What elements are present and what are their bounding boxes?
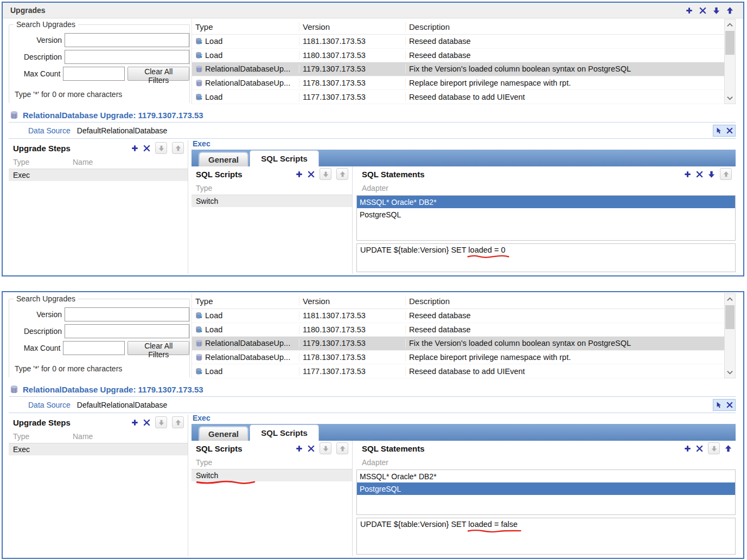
move-up-button-disabled[interactable] bbox=[336, 168, 348, 180]
sql-statement-editor[interactable]: UPDATE ${table:Version} SET loaded = fal… bbox=[356, 518, 736, 555]
adapter-row-mssql-oracle-db2[interactable]: MSSQL* Oracle* DB2* bbox=[357, 470, 735, 482]
red-underline-annotation bbox=[467, 529, 522, 533]
upgrade-table-row[interactable]: RelationalDatabaseUp... 1179.1307.173.53… bbox=[192, 62, 736, 76]
clear-all-filters-button[interactable]: Clear All Filters bbox=[127, 341, 189, 355]
sql-script-row-switch[interactable]: Switch bbox=[191, 469, 352, 481]
move-up-button-disabled[interactable] bbox=[720, 168, 732, 180]
upgrade-table-row[interactable]: Load 1177.1307.173.53 Reseed database to… bbox=[192, 90, 736, 104]
sql-text-marked: loaded = 0 bbox=[468, 246, 505, 254]
move-down-button-disabled[interactable] bbox=[320, 442, 331, 454]
column-header-type[interactable]: Type bbox=[192, 297, 299, 306]
scroll-up-icon[interactable] bbox=[725, 294, 735, 305]
step-type: Exec bbox=[13, 171, 73, 179]
search-hint-2-clipped: Type '?' for exactly one character bbox=[15, 102, 126, 103]
scripts-column-type: Type bbox=[196, 458, 212, 467]
adapter-row-postgresql[interactable]: PostgreSQL bbox=[357, 208, 735, 221]
tab-sql-scripts[interactable]: SQL Scripts bbox=[250, 424, 319, 441]
move-down-button-disabled[interactable] bbox=[320, 168, 331, 180]
column-header-description[interactable]: Description bbox=[406, 22, 736, 31]
add-icon[interactable] bbox=[684, 445, 691, 452]
upgrade-table-row[interactable]: Load 1177.1307.173.53 Reseed database to… bbox=[192, 364, 736, 378]
move-up-button-disabled[interactable] bbox=[172, 142, 184, 154]
table-scrollbar[interactable] bbox=[724, 19, 736, 104]
upgrade-table-row[interactable]: RelationalDatabaseUp... 1179.1307.173.53… bbox=[192, 337, 736, 351]
sql-statements-panel: SQL Statements Adapter MSSQL* Oracle* DB… bbox=[356, 441, 736, 556]
move-up-icon[interactable] bbox=[725, 445, 732, 452]
adapter-list: MSSQL* Oracle* DB2* PostgreSQL bbox=[356, 469, 736, 515]
move-up-icon[interactable] bbox=[726, 7, 733, 14]
cell-description: Reseed database bbox=[406, 325, 736, 334]
move-down-button-disabled[interactable] bbox=[155, 142, 167, 154]
move-down-button-disabled[interactable] bbox=[708, 442, 720, 454]
column-header-version[interactable]: Version bbox=[299, 22, 406, 31]
upgrade-table-row[interactable]: RelationalDatabaseUp... 1178.1307.173.53… bbox=[192, 76, 736, 91]
tab-general[interactable]: General bbox=[199, 152, 248, 166]
column-header-description[interactable]: Description bbox=[406, 297, 736, 306]
sql-script-row-switch[interactable]: Switch bbox=[191, 195, 352, 207]
column-header-type[interactable]: Type bbox=[192, 22, 299, 31]
cell-version: 1177.1307.173.53 bbox=[299, 367, 406, 376]
upgrade-step-row-exec[interactable]: Exec bbox=[9, 443, 188, 455]
upgrade-table-row[interactable]: Load 1181.1307.173.53 Reseed database bbox=[192, 35, 736, 49]
delete-icon[interactable] bbox=[696, 445, 703, 452]
description-input[interactable] bbox=[65, 50, 189, 64]
cell-description: Reseed database bbox=[406, 311, 736, 320]
delete-icon[interactable] bbox=[699, 7, 706, 14]
scroll-up-icon[interactable] bbox=[725, 20, 735, 30]
upgrade-step-row-exec[interactable]: Exec bbox=[9, 169, 188, 181]
delete-icon[interactable] bbox=[308, 171, 315, 178]
column-header-version[interactable]: Version bbox=[299, 297, 406, 306]
select-reference-button[interactable] bbox=[713, 125, 724, 136]
sql-statement-editor[interactable]: UPDATE ${table:Version} SET loaded = 0 bbox=[356, 243, 736, 272]
delete-icon[interactable] bbox=[143, 145, 150, 152]
scroll-down-icon[interactable] bbox=[725, 367, 735, 378]
cell-version: 1180.1307.173.53 bbox=[299, 51, 406, 60]
add-icon[interactable] bbox=[684, 171, 691, 178]
adapter-row-postgresql[interactable]: PostgreSQL bbox=[357, 482, 735, 495]
data-source-field[interactable]: DefaultRelationalDatabase bbox=[75, 125, 713, 137]
statements-column-adapter: Adapter bbox=[362, 184, 388, 192]
move-down-icon[interactable] bbox=[713, 7, 720, 14]
cell-description: Reseed database bbox=[406, 37, 736, 46]
add-icon[interactable] bbox=[296, 445, 303, 452]
move-up-button-disabled[interactable] bbox=[336, 442, 348, 454]
delete-icon[interactable] bbox=[308, 445, 315, 452]
add-icon[interactable] bbox=[131, 145, 138, 152]
tab-general[interactable]: General bbox=[199, 427, 248, 441]
delete-icon[interactable] bbox=[143, 419, 150, 426]
clear-all-filters-button[interactable]: Clear All Filters bbox=[127, 67, 189, 81]
table-scrollbar[interactable] bbox=[724, 293, 736, 378]
relational-database-icon bbox=[195, 339, 203, 347]
exec-section-label: Exec bbox=[193, 414, 210, 422]
max-count-input[interactable] bbox=[63, 341, 125, 355]
add-icon[interactable] bbox=[296, 171, 303, 178]
tab-sql-scripts[interactable]: SQL Scripts bbox=[250, 150, 319, 166]
add-icon[interactable] bbox=[686, 7, 693, 14]
delete-icon[interactable] bbox=[696, 171, 703, 178]
scroll-down-icon[interactable] bbox=[725, 93, 735, 104]
clear-reference-button[interactable] bbox=[724, 125, 735, 136]
move-down-button-disabled[interactable] bbox=[155, 416, 167, 428]
version-label: Version bbox=[9, 310, 62, 319]
adapter-row-mssql-oracle-db2[interactable]: MSSQL* Oracle* DB2* bbox=[357, 196, 735, 208]
description-input[interactable] bbox=[65, 324, 189, 338]
search-group-label: Search Upgrades bbox=[14, 20, 78, 29]
steps-column-type: Type bbox=[13, 158, 73, 166]
scrollbar-thumb[interactable] bbox=[725, 305, 735, 329]
upgrade-table-row[interactable]: Load 1181.1307.173.53 Reseed database bbox=[192, 309, 736, 323]
select-reference-button[interactable] bbox=[713, 400, 724, 410]
scrollbar-thumb[interactable] bbox=[725, 31, 735, 55]
upgrade-table-row[interactable]: Load 1180.1307.173.53 Reseed database bbox=[192, 323, 736, 337]
move-down-icon[interactable] bbox=[708, 171, 715, 178]
add-icon[interactable] bbox=[131, 419, 138, 426]
clear-reference-button[interactable] bbox=[724, 400, 735, 410]
data-source-field[interactable]: DefaultRelationalDatabase bbox=[75, 399, 713, 411]
version-input[interactable] bbox=[65, 307, 189, 321]
max-count-input[interactable] bbox=[63, 67, 125, 81]
upgrade-table-row[interactable]: RelationalDatabaseUp... 1178.1307.173.53… bbox=[192, 351, 736, 365]
move-up-button-disabled[interactable] bbox=[172, 416, 184, 428]
upgrade-table-row[interactable]: Load 1180.1307.173.53 Reseed database bbox=[192, 49, 736, 63]
sql-text-prefix: UPDATE ${table:Version} SET bbox=[360, 520, 468, 529]
detail-title: RelationalDatabase Upgrade: 1179.1307.17… bbox=[23, 385, 203, 394]
version-input[interactable] bbox=[65, 33, 189, 47]
